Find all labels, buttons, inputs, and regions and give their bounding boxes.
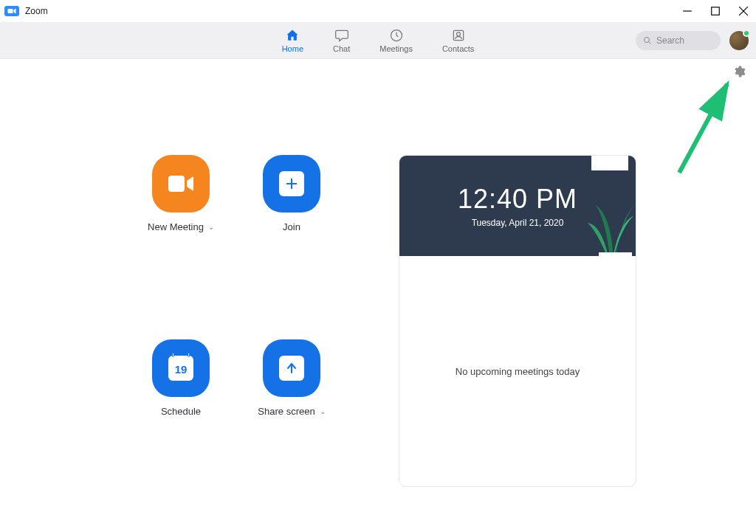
action-grid: New Meeting ⌄ Join 19 (126, 155, 347, 487)
schedule-label: Schedule (161, 406, 201, 417)
calendar-day-number: 19 (175, 363, 188, 376)
clock-date: Tuesday, April 21, 2020 (472, 218, 564, 228)
action-new-meeting: New Meeting ⌄ (126, 155, 236, 303)
video-icon (166, 173, 196, 195)
arrow-up-icon (279, 356, 304, 381)
svg-rect-2 (712, 7, 720, 15)
no-meetings-text: No upcoming meetings today (456, 366, 580, 377)
plus-icon (279, 171, 304, 196)
panel-body: No upcoming meetings today (399, 256, 636, 486)
profile-avatar[interactable] (729, 31, 749, 50)
svg-rect-11 (168, 176, 185, 192)
clock-icon (389, 28, 404, 43)
action-share-screen: Share screen ⌄ (236, 339, 347, 487)
chat-icon (334, 28, 349, 43)
svg-point-7 (456, 32, 460, 35)
settings-button[interactable] (732, 65, 746, 81)
chevron-down-icon: ⌄ (208, 223, 214, 231)
minimize-button[interactable] (682, 6, 693, 16)
search-icon (643, 36, 652, 45)
new-meeting-label-row[interactable]: New Meeting ⌄ (148, 221, 214, 232)
decor-plant (577, 182, 636, 256)
calendar-icon: 19 (168, 356, 193, 381)
chevron-down-icon: ⌄ (320, 407, 326, 415)
zoom-logo-icon (4, 6, 19, 16)
nav-tabs: Home Chat Meetings Contacts (282, 28, 475, 53)
tab-meetings-label: Meetings (379, 44, 413, 53)
tab-contacts[interactable]: Contacts (442, 28, 474, 53)
presence-indicator (743, 30, 750, 37)
join-label: Join (283, 221, 300, 232)
tab-contacts-label: Contacts (442, 44, 474, 53)
tab-meetings[interactable]: Meetings (379, 28, 413, 53)
action-join: Join (236, 155, 347, 303)
upcoming-panel: 12:40 PM Tuesday, April 21, 2020 No upco… (399, 155, 636, 487)
share-screen-label: Share screen (258, 406, 315, 417)
tab-home[interactable]: Home (282, 28, 303, 53)
schedule-button[interactable]: 19 (152, 339, 210, 397)
decor-pot (591, 156, 628, 170)
join-label-row: Join (283, 221, 300, 232)
share-screen-label-row[interactable]: Share screen ⌄ (258, 406, 325, 417)
svg-rect-14 (599, 252, 632, 256)
home-icon (285, 28, 300, 43)
tabbar-right: Search (636, 31, 749, 50)
search-placeholder: Search (656, 35, 684, 46)
new-meeting-button[interactable] (152, 155, 210, 213)
action-schedule: 19 Schedule (126, 339, 236, 487)
tab-home-label: Home (282, 44, 303, 53)
contacts-icon (451, 28, 466, 43)
main-content: New Meeting ⌄ Join 19 (0, 81, 756, 487)
svg-line-9 (649, 41, 651, 44)
search-input[interactable]: Search (636, 31, 721, 50)
schedule-label-row: Schedule (161, 406, 201, 417)
tab-chat-label: Chat (333, 44, 350, 53)
clock-time: 12:40 PM (458, 184, 577, 215)
panel-header: 12:40 PM Tuesday, April 21, 2020 (399, 156, 636, 256)
window-titlebar: Zoom (0, 0, 756, 22)
sub-toolbar (0, 59, 756, 81)
top-tabbar: Home Chat Meetings Contacts Search (0, 22, 756, 59)
new-meeting-label: New Meeting (148, 221, 204, 232)
window-title: Zoom (25, 6, 48, 16)
share-screen-button[interactable] (263, 339, 320, 397)
svg-rect-0 (8, 9, 13, 13)
gear-icon (732, 65, 746, 78)
close-button[interactable] (738, 6, 749, 16)
join-button[interactable] (263, 155, 320, 213)
tab-chat[interactable]: Chat (333, 28, 350, 53)
window-controls (682, 6, 749, 16)
titlebar-left: Zoom (4, 6, 48, 16)
maximize-button[interactable] (710, 6, 721, 16)
svg-point-8 (645, 37, 650, 42)
